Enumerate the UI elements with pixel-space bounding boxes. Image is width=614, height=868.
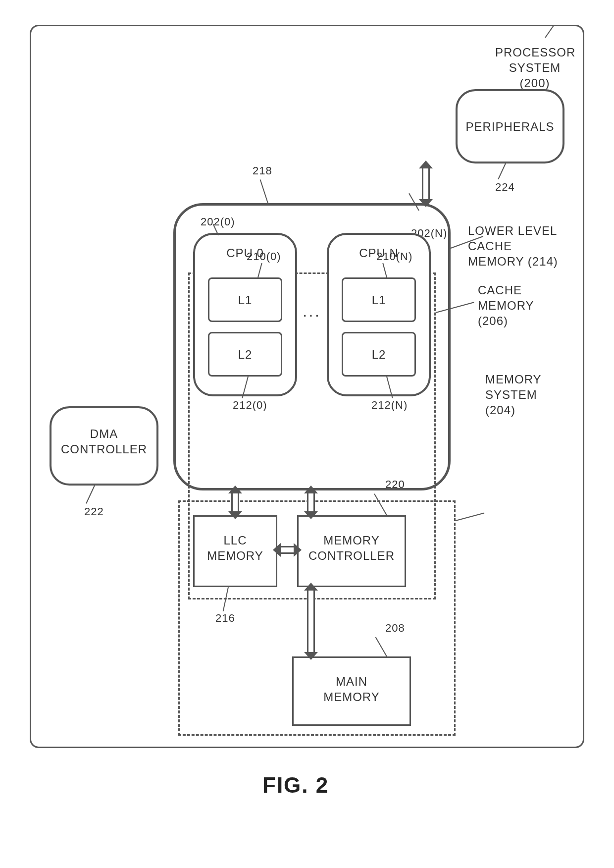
dma-ref: 222 (84, 505, 104, 518)
arrow-peripherals-bus (422, 167, 430, 200)
memory-system-label: MEMORYSYSTEM(204) (485, 372, 550, 418)
arrow-bus-llc (231, 492, 239, 512)
arrow-memctl-mainmem (307, 590, 315, 653)
memory-controller-label: MEMORYCONTROLLER (297, 533, 406, 563)
cpu0-l2-ref: 212(0) (233, 399, 267, 412)
llc-ref: 216 (215, 612, 235, 625)
main-mem-ref: 208 (385, 622, 405, 635)
memctl-ref: 220 (385, 478, 405, 491)
figure-label: FIG. 2 (262, 773, 329, 798)
dma-controller-label: DMACONTROLLER (50, 426, 158, 457)
cpu0-ref: 202(0) (201, 216, 235, 228)
cpu0-l1-ref: 210(0) (247, 250, 281, 263)
cpuN-l2-ref: 212(N) (371, 399, 408, 412)
arrow-bus-memctl (307, 492, 315, 512)
lower-level-cache-label: LOWER LEVEL CACHEMEMORY (214) (468, 223, 582, 270)
cache-memory-label: CACHEMEMORY(206) (478, 282, 542, 329)
cpu0-l1-label: L1 (208, 292, 282, 308)
llc-memory-label: LLCMEMORY (193, 533, 277, 563)
arrow-llc-memctl (280, 546, 295, 554)
cpu0-label: CPU 0 (193, 245, 297, 261)
peripherals-ref: 224 (495, 181, 515, 194)
main-memory-label: MAINMEMORY (292, 674, 411, 705)
processor-system-label: PROCESSORSYSTEM (200) (495, 45, 574, 91)
cpuN-l1-ref: 210(N) (376, 250, 412, 263)
ellipsis-cpu: ··· (297, 305, 327, 324)
cpu0-l2-label: L2 (208, 347, 282, 362)
cpuN-l2-label: L2 (342, 347, 416, 362)
cpuN-l1-label: L1 (342, 292, 416, 308)
peripherals-label: PERIPHERALS (456, 119, 564, 134)
interconnect-ref: 218 (253, 164, 272, 177)
diagram-canvas: PROCESSORSYSTEM (200) DMACONTROLLER 222 … (30, 25, 584, 837)
